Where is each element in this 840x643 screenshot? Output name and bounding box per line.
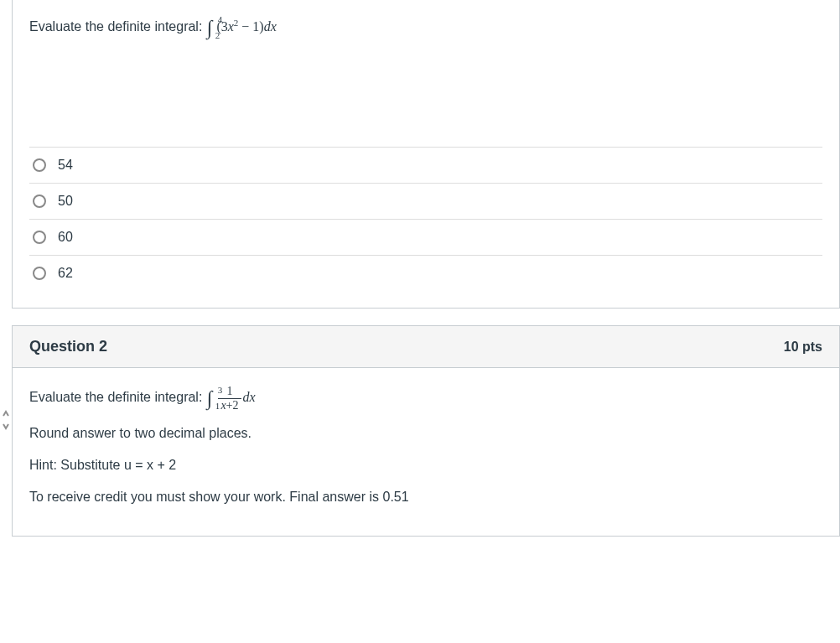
- q2-frac-den-rest: +2: [226, 399, 239, 412]
- question-drag-handle[interactable]: [0, 404, 12, 436]
- question-2-points: 10 pts: [784, 340, 822, 355]
- q2-prompt-prefix: Evaluate the definite integral:: [29, 390, 206, 404]
- q1-integrand-b: − 1): [238, 19, 263, 34]
- question-1-body: Evaluate the definite integral: ∫ 4 2 (3…: [13, 0, 839, 308]
- q1-option-2[interactable]: 60: [29, 219, 822, 255]
- q2-line2: Round answer to two decimal places.: [29, 426, 251, 440]
- question-2-prompt: Evaluate the definite integral: ∫ 3 1 1 …: [29, 385, 822, 412]
- q2-int-lower: 1: [215, 401, 220, 411]
- q1-radio-0[interactable]: [33, 158, 46, 172]
- q1-int-upper: 4: [218, 14, 223, 24]
- q2-line3: Hint: Substitute u = x + 2: [29, 458, 176, 472]
- question-1-prompt: Evaluate the definite integral: ∫ 4 2 (3…: [29, 17, 822, 38]
- q1-option-1[interactable]: 50: [29, 183, 822, 219]
- question-2-title: Question 2: [29, 338, 107, 355]
- question-2-body: Evaluate the definite integral: ∫ 3 1 1 …: [13, 368, 839, 536]
- q1-integrand-dx: dx: [264, 19, 277, 34]
- q1-options: 54 50 60 62: [29, 147, 822, 291]
- q2-integrand-dx: dx: [243, 390, 256, 404]
- q2-int-upper: 3: [218, 385, 223, 395]
- q2-line4: To receive credit you must show your wor…: [29, 490, 409, 504]
- q1-radio-2[interactable]: [33, 231, 46, 244]
- q2-integral: ∫ 3 1 1 x+2 dx: [206, 390, 256, 404]
- q1-prompt-prefix: Evaluate the definite integral:: [29, 19, 206, 34]
- q1-option-2-label: 60: [58, 230, 73, 245]
- q1-option-1-label: 50: [58, 194, 73, 209]
- q1-option-3-label: 62: [58, 266, 73, 281]
- q1-radio-1[interactable]: [33, 194, 46, 208]
- question-2-header: Question 2 10 pts: [13, 326, 839, 368]
- q1-option-3[interactable]: 62: [29, 255, 822, 291]
- question-2-box: Question 2 10 pts Evaluate the definite …: [12, 325, 840, 537]
- q1-radio-3[interactable]: [33, 267, 46, 280]
- q1-integrand-var: x: [228, 19, 234, 34]
- q1-int-lower: 2: [215, 30, 220, 40]
- q1-option-0-label: 54: [58, 158, 73, 173]
- q1-option-0[interactable]: 54: [29, 147, 822, 183]
- q1-integral: ∫ 4 2 (3x2 − 1)dx: [206, 19, 277, 34]
- question-1-box: Evaluate the definite integral: ∫ 4 2 (3…: [12, 0, 840, 309]
